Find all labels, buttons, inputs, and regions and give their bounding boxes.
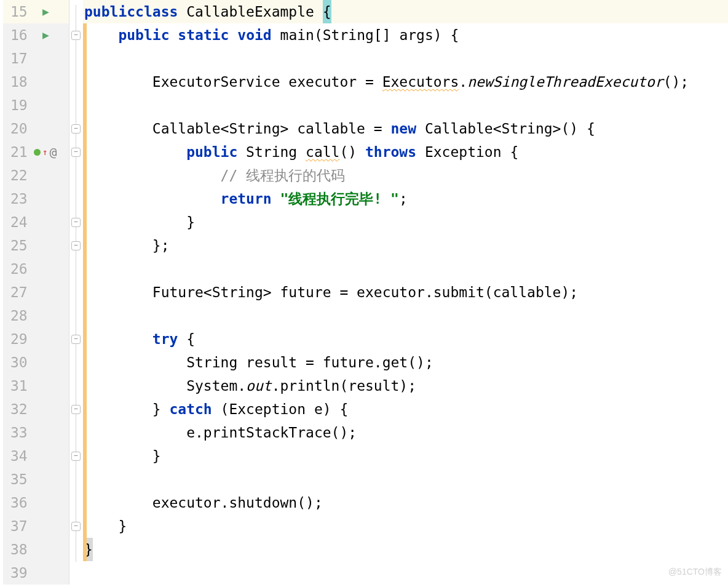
- code-line: e.printStackTrace();: [83, 421, 728, 444]
- gutter-line[interactable]: 16▶: [3, 23, 69, 47]
- gutter-line[interactable]: 17: [3, 47, 69, 70]
- line-number: 15: [10, 0, 30, 23]
- code-line: [83, 304, 728, 327]
- code-line: [83, 94, 728, 117]
- line-number: 29: [10, 327, 30, 351]
- line-number: 30: [10, 351, 30, 374]
- line-number: 36: [10, 491, 30, 514]
- code-line: [83, 468, 728, 491]
- gutter-line[interactable]: 32: [3, 397, 69, 421]
- gutter-line[interactable]: 22: [3, 164, 69, 187]
- line-number: 24: [10, 210, 30, 234]
- code-line: executor.shutdown();: [83, 491, 728, 514]
- gutter-line[interactable]: 27: [3, 281, 69, 304]
- fold-toggle-icon[interactable]: −: [71, 405, 81, 414]
- gutter-line[interactable]: 25: [3, 234, 69, 257]
- line-number: 34: [10, 444, 30, 468]
- gutter-line[interactable]: 18: [3, 70, 69, 94]
- fold-toggle-icon[interactable]: −: [71, 124, 81, 134]
- line-number: 37: [10, 514, 30, 538]
- gutter-line[interactable]: 37: [3, 514, 69, 538]
- line-number: 21: [10, 140, 30, 164]
- gutter-line[interactable]: 19: [3, 94, 69, 117]
- gutter-line[interactable]: 33: [3, 421, 69, 444]
- line-number: 22: [10, 164, 30, 187]
- watermark: @51CTO博客: [668, 560, 722, 583]
- gutter-line[interactable]: 15▶: [3, 0, 69, 23]
- line-number: 19: [10, 94, 30, 117]
- line-number: 20: [10, 117, 30, 140]
- code-line: try {: [83, 327, 728, 351]
- line-number: 23: [10, 187, 30, 210]
- line-number: 28: [10, 304, 30, 327]
- code-line: public String call() throws Exception {: [83, 140, 728, 164]
- gutter-line[interactable]: 39: [3, 561, 69, 585]
- gutter-line[interactable]: 36: [3, 491, 69, 514]
- code-line: }: [83, 210, 728, 234]
- bookmark-icon[interactable]: ↑ @: [34, 140, 57, 164]
- fold-toggle-icon[interactable]: −: [71, 218, 81, 227]
- line-number: 35: [10, 468, 30, 491]
- line-number: 38: [10, 538, 30, 561]
- gutter-line[interactable]: 29: [3, 327, 69, 351]
- gutter-line[interactable]: 34: [3, 444, 69, 468]
- fold-toggle-icon[interactable]: −: [71, 452, 81, 461]
- code-line: } catch (Exception e) {: [83, 397, 728, 421]
- fold-toggle-icon[interactable]: −: [71, 241, 81, 250]
- run-icon[interactable]: ▶: [42, 23, 49, 47]
- line-number: 33: [10, 421, 30, 444]
- code-line: };: [83, 234, 728, 257]
- gutter-line[interactable]: 20: [3, 117, 69, 140]
- code-line: return "线程执行完毕! ";: [83, 187, 728, 210]
- fold-toggle-icon[interactable]: −: [71, 522, 81, 531]
- line-number: 17: [10, 47, 30, 70]
- fold-toggle-icon[interactable]: −: [71, 148, 81, 157]
- gutter-line[interactable]: 23: [3, 187, 69, 210]
- code-line: Future<String> future = executor.submit(…: [83, 281, 728, 304]
- gutter-line[interactable]: 38: [3, 538, 69, 561]
- fold-column[interactable]: − − − − − − − − −: [69, 0, 83, 585]
- code-line: [83, 47, 728, 70]
- line-number: 25: [10, 234, 30, 257]
- line-number: 39: [10, 561, 30, 585]
- gutter-line[interactable]: 28: [3, 304, 69, 327]
- line-number: 18: [10, 70, 30, 94]
- code-line: public static void main(String[] args) {: [83, 23, 728, 47]
- change-marker: [83, 23, 87, 561]
- gutter-line[interactable]: 31: [3, 374, 69, 397]
- line-number: 16: [10, 23, 30, 47]
- code-line: }: [83, 538, 728, 561]
- code-line: String result = future.get();: [83, 351, 728, 374]
- gutter-line[interactable]: 24: [3, 210, 69, 234]
- gutter[interactable]: 15▶16▶1718192021↑ @222324252627282930313…: [3, 0, 69, 585]
- code-editor: 15▶16▶1718192021↑ @222324252627282930313…: [3, 0, 728, 585]
- fold-toggle-icon[interactable]: −: [71, 31, 81, 40]
- line-number: 26: [10, 257, 30, 281]
- code-line: }: [83, 444, 728, 468]
- line-number: 31: [10, 374, 30, 397]
- code-line: public class CallableExample {: [83, 0, 728, 23]
- code-line: ExecutorService executor = Executors.new…: [83, 70, 728, 94]
- gutter-line[interactable]: 30: [3, 351, 69, 374]
- code-line: System.out.println(result);: [83, 374, 728, 397]
- gutter-line[interactable]: 21↑ @: [3, 140, 69, 164]
- fold-toggle-icon[interactable]: −: [71, 335, 81, 344]
- code-area[interactable]: public class CallableExample { public st…: [83, 0, 728, 585]
- run-icon[interactable]: ▶: [42, 0, 49, 23]
- code-line: // 线程执行的代码: [83, 164, 728, 187]
- code-line: }: [83, 514, 728, 538]
- code-line: Callable<String> callable = new Callable…: [83, 117, 728, 140]
- gutter-line[interactable]: 35: [3, 468, 69, 491]
- code-line: [83, 561, 728, 585]
- code-line: [83, 257, 728, 281]
- line-number: 32: [10, 397, 30, 421]
- gutter-line[interactable]: 26: [3, 257, 69, 281]
- line-number: 27: [10, 281, 30, 304]
